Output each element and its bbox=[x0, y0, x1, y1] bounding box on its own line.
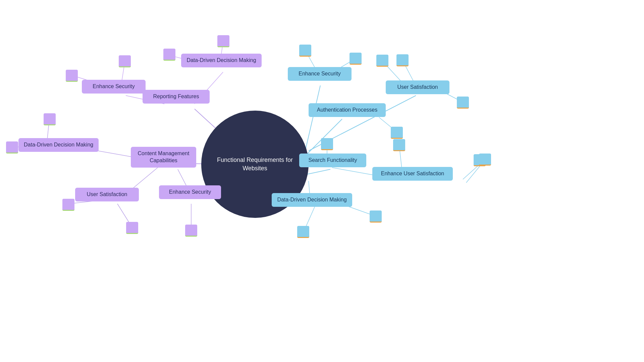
svg-line-29 bbox=[463, 164, 480, 179]
data-driven-left-node: Data-Driven Decision Making bbox=[18, 138, 99, 152]
search-functionality-node: Search Functionality bbox=[299, 154, 366, 167]
auth-processes-label: Authentication Processes bbox=[317, 107, 378, 114]
leaf-blue-1 bbox=[299, 45, 311, 57]
auth-processes-node: Authentication Processes bbox=[309, 103, 386, 117]
data-driven-left-label: Data-Driven Decision Making bbox=[24, 141, 93, 148]
reporting-features-label: Reporting Features bbox=[153, 93, 199, 100]
leaf-blue-7 bbox=[393, 139, 405, 151]
leaf-blue-6 bbox=[391, 127, 403, 139]
user-satisfaction-purple-label: User Satisfaction bbox=[87, 191, 127, 198]
leaf-purple-9 bbox=[185, 225, 197, 237]
data-driven-top-label: Data-Driven Decision Making bbox=[186, 57, 256, 64]
enhance-security-bottom-purple-label: Enhance Security bbox=[169, 189, 211, 196]
leaf-purple-8 bbox=[126, 222, 138, 234]
data-driven-bottom-blue-node: Data-Driven Decision Making bbox=[272, 193, 352, 207]
enhance-user-satisfaction-node: Enhance User Satisfaction bbox=[372, 167, 453, 181]
content-mgmt-node: Content ManagementCapabilities bbox=[131, 147, 196, 168]
enhance-security-bottom-purple-node: Enhance Security bbox=[159, 185, 221, 199]
leaf-purple-2 bbox=[119, 55, 131, 67]
leaf-purple-1 bbox=[66, 70, 78, 82]
leaf-purple-5 bbox=[6, 141, 18, 154]
user-satisfaction-purple-node: User Satisfaction bbox=[75, 188, 139, 201]
leaf-purple-7 bbox=[62, 199, 74, 211]
content-mgmt-label: Content ManagementCapabilities bbox=[138, 150, 190, 164]
enhance-security-purple-label: Enhance Security bbox=[93, 83, 135, 90]
leaf-purple-4 bbox=[217, 35, 229, 47]
leaf-purple-3 bbox=[163, 49, 175, 61]
enhance-security-purple-node: Enhance Security bbox=[82, 80, 146, 94]
leaf-blue-10 bbox=[297, 226, 309, 238]
center-label: Functional Requirements for Websites bbox=[210, 149, 300, 179]
user-satisfaction-blue-label: User Satisfaction bbox=[397, 84, 438, 91]
leaf-blue-3 bbox=[376, 55, 388, 67]
svg-line-7 bbox=[305, 85, 320, 151]
enhance-user-satisfaction-label: Enhance User Satisfaction bbox=[381, 170, 444, 177]
enhance-security-blue-label: Enhance Security bbox=[299, 70, 340, 77]
leaf-blue-9 bbox=[479, 154, 491, 166]
user-satisfaction-blue-node: User Satisfaction bbox=[386, 80, 449, 94]
search-functionality-label: Search Functionality bbox=[309, 157, 357, 164]
data-driven-bottom-blue-label: Data-Driven Decision Making bbox=[277, 196, 346, 203]
leaf-blue-11 bbox=[370, 210, 382, 223]
svg-line-10 bbox=[307, 169, 330, 174]
data-driven-top-node: Data-Driven Decision Making bbox=[181, 54, 262, 67]
reporting-features-node: Reporting Features bbox=[143, 90, 210, 104]
leaf-blue-search bbox=[321, 138, 333, 150]
leaf-blue-4 bbox=[396, 54, 409, 66]
leaf-blue-5 bbox=[457, 97, 469, 109]
enhance-security-blue-node: Enhance Security bbox=[288, 67, 352, 81]
leaf-blue-2 bbox=[350, 53, 362, 65]
leaf-purple-6 bbox=[44, 113, 56, 125]
